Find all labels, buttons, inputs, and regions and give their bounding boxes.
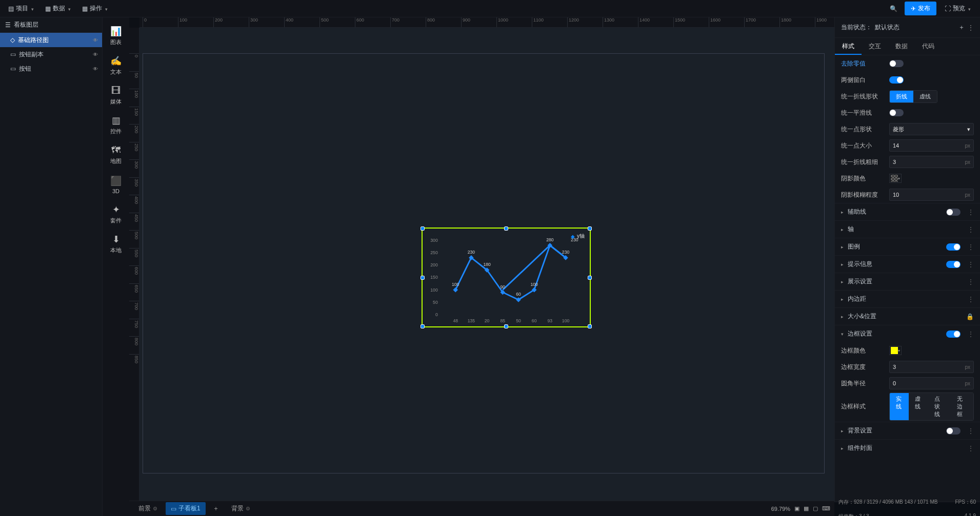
- color-shadow[interactable]: [889, 174, 902, 183]
- section-padding[interactable]: ▸ 内边距 ⋮: [835, 290, 980, 307]
- section-cover[interactable]: ▸ 组件封面 ⋮: [835, 439, 980, 457]
- preview-button[interactable]: ⛶ 预览: [939, 2, 976, 15]
- layer-row[interactable]: ▭按钮👁: [0, 61, 102, 76]
- publish-button[interactable]: ✈ 发布: [905, 2, 936, 15]
- keyboard-icon[interactable]: ⌨: [822, 505, 830, 512]
- publish-label: 发布: [918, 4, 930, 13]
- seg-option[interactable]: 折线: [890, 91, 913, 102]
- layer-row[interactable]: ◇基础路径图👁: [0, 33, 102, 47]
- seg-option[interactable]: 虚线: [913, 91, 937, 102]
- caret-icon: ▸: [841, 279, 844, 284]
- tool-icon: ⬇: [112, 234, 120, 245]
- eye-icon[interactable]: 👁: [93, 37, 98, 43]
- add-state-button[interactable]: ＋: [958, 23, 965, 32]
- menu-data-label: 数据: [53, 4, 65, 13]
- tool-套件[interactable]: ✦套件: [104, 200, 128, 229]
- section-legend[interactable]: ▸ 图例 ⋮: [835, 238, 980, 255]
- layers-title: 看板图层: [14, 20, 38, 29]
- tool-icon: ✦: [112, 204, 120, 215]
- toggle-tooltip[interactable]: [946, 261, 961, 268]
- toggle-legend[interactable]: [946, 243, 961, 251]
- layer-label: 基础路径图: [18, 36, 49, 45]
- selected-widget[interactable]: y轴 0501001502002503004813520855060931001…: [422, 228, 591, 327]
- color-border[interactable]: [889, 346, 902, 355]
- property-tab[interactable]: 代码: [915, 38, 942, 55]
- layer-row[interactable]: ▭按钮副本👁: [0, 47, 102, 61]
- more-icon[interactable]: ⋮: [968, 331, 974, 338]
- stage[interactable]: y轴 0501001502002503004813520855060931001…: [139, 28, 834, 501]
- toggle-side-padding[interactable]: [889, 76, 904, 84]
- tool-文本[interactable]: ✍文本: [104, 51, 128, 80]
- svg-text:135: 135: [468, 318, 475, 323]
- snap-icon[interactable]: ▢: [813, 505, 818, 512]
- property-tab[interactable]: 样式: [835, 38, 862, 55]
- input-shadow-blur[interactable]: 10 px: [889, 189, 974, 201]
- prop-label: 边框宽度: [841, 363, 885, 371]
- fit-icon[interactable]: ▣: [794, 505, 799, 512]
- caret-icon: ▸: [841, 262, 844, 267]
- prop-label: 统一点大小: [841, 141, 885, 150]
- input-point-size[interactable]: 14 px: [889, 139, 974, 152]
- tab-subboard[interactable]: ▭ 子看板1: [166, 502, 206, 515]
- tab-foreground[interactable]: 前景 ⚙: [133, 502, 163, 515]
- section-tooltip[interactable]: ▸ 提示信息 ⋮: [835, 255, 980, 273]
- more-icon[interactable]: ⋮: [968, 427, 974, 435]
- seg-option[interactable]: 点状线: [928, 393, 951, 420]
- eye-icon[interactable]: 👁: [93, 52, 98, 57]
- section-label: 辅助线: [848, 208, 866, 216]
- menu-ops[interactable]: ▦ 操作: [78, 2, 112, 15]
- eye-icon[interactable]: 👁: [93, 66, 98, 72]
- svg-text:280: 280: [546, 237, 554, 242]
- tool-图表[interactable]: 📊图表: [104, 22, 128, 50]
- section-size-pos[interactable]: ▸ 大小&位置 🔒: [835, 307, 980, 325]
- seg-option[interactable]: 虚线: [909, 393, 928, 420]
- tool-媒体[interactable]: 🎞媒体: [104, 81, 128, 110]
- section-guide[interactable]: ▸ 辅助线 ⋮: [835, 203, 980, 220]
- tool-控件[interactable]: ▥控件: [104, 111, 128, 139]
- section-border[interactable]: ▾ 边框设置 ⋮: [835, 325, 980, 342]
- prop-line-shape: 统一折线形状 折线 虚线: [835, 88, 980, 105]
- toggle-remove-zero[interactable]: [889, 60, 904, 67]
- ruler-horizontal[interactable]: 0100200300400500600700800900100011001200…: [139, 17, 834, 28]
- property-tab[interactable]: 交互: [862, 38, 888, 55]
- ruler-vertical[interactable]: 0501001502002503003504004505005506006507…: [129, 28, 139, 501]
- property-tab[interactable]: 数据: [888, 38, 915, 55]
- menu-project[interactable]: ▤ 项目: [4, 2, 38, 15]
- toggle-guide[interactable]: [946, 209, 961, 216]
- menu-project-label: 项目: [16, 4, 28, 13]
- input-line-width[interactable]: 3 px: [889, 156, 974, 168]
- select-point-shape[interactable]: 菱形 ▾: [889, 123, 974, 135]
- section-label: 提示信息: [848, 260, 872, 269]
- tool-地图[interactable]: 🗺地图: [104, 140, 128, 169]
- more-icon[interactable]: ⋮: [968, 261, 974, 268]
- more-icon[interactable]: ⋮: [968, 243, 974, 251]
- toggle-bg[interactable]: [946, 427, 961, 435]
- tool-3D[interactable]: ⬛3D: [104, 170, 128, 199]
- section-display[interactable]: ▸ 展示设置 ⋮: [835, 273, 980, 290]
- more-icon[interactable]: ⋮: [968, 296, 974, 303]
- properties-scroll[interactable]: 去除零值 两侧留白 统一折线形状 折线 虚线 统一平滑线 统一点形状: [835, 55, 980, 516]
- input-border-width[interactable]: 3 px: [889, 361, 974, 373]
- more-icon[interactable]: ⋮: [968, 209, 974, 216]
- preview-label: 预览: [953, 4, 965, 13]
- seg-option[interactable]: 实线: [890, 393, 909, 420]
- layer-icon: ▭: [10, 51, 16, 58]
- section-bg[interactable]: ▸ 背景设置 ⋮: [835, 422, 980, 439]
- input-border-radius[interactable]: 0 px: [889, 377, 974, 389]
- more-icon[interactable]: ⋮: [968, 226, 974, 233]
- toggle-border[interactable]: [946, 331, 961, 338]
- grid-icon[interactable]: ▦: [804, 505, 809, 512]
- menu-data[interactable]: ▦ 数据: [41, 2, 75, 15]
- unit: px: [965, 159, 970, 165]
- more-icon[interactable]: ⋮: [968, 445, 974, 452]
- more-icon[interactable]: ⋮: [968, 278, 974, 285]
- seg-option[interactable]: 无边框: [951, 393, 973, 420]
- section-axis[interactable]: ▸ 轴 ⋮: [835, 220, 980, 238]
- lock-icon[interactable]: 🔒: [966, 313, 974, 320]
- search-button[interactable]: 🔍: [886, 3, 902, 14]
- tool-本地[interactable]: ⬇本地: [104, 230, 128, 258]
- more-icon[interactable]: ⋮: [968, 24, 974, 31]
- tab-background[interactable]: 背景 ⚙: [226, 502, 255, 515]
- add-tab-button[interactable]: ＋: [209, 502, 223, 515]
- toggle-smooth[interactable]: [889, 109, 904, 116]
